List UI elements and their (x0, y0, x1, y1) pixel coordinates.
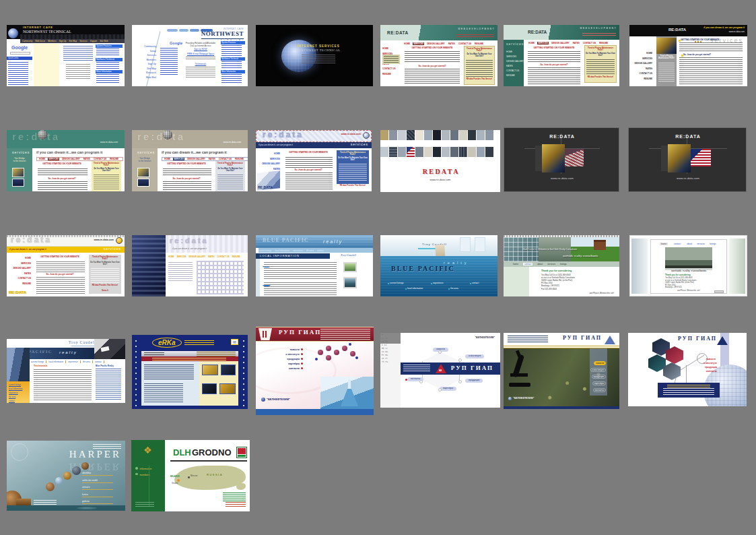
list-item[interactable]: contact (317, 249, 324, 252)
nav-pill-2[interactable] (179, 29, 188, 32)
thumb-dlh-grodno[interactable]: ❖ informationmembers DLH GRODNO RUSSIA B… (131, 440, 250, 511)
thumb-redata-blue[interactable]: re:data www.re-data.com if you can dream… (256, 130, 372, 191)
search-box[interactable] (10, 52, 30, 55)
list-item[interactable]: партнёры (592, 381, 606, 385)
list-item[interactable]: Services (147, 54, 156, 57)
photo-thumb-1[interactable] (343, 262, 357, 272)
col-links-3[interactable] (96, 74, 119, 84)
thumb-redata-yellow[interactable]: re:data www.re-data.com if you can dream… (7, 235, 125, 296)
list-item[interactable]: CONTACT US (217, 255, 230, 258)
list-item[interactable]: RESUME (109, 158, 119, 160)
thumb-redata-tan[interactable]: re:data www.re-data.com services Your Br… (132, 130, 248, 191)
col-links-1[interactable] (96, 49, 119, 57)
list-item[interactable]: DESIGN GALLERY (634, 62, 652, 65)
left-link-list[interactable] (8, 62, 28, 85)
list-item[interactable]: HOME (382, 47, 388, 50)
list-item[interactable]: DESIGN GALLERY (186, 158, 206, 160)
list-item[interactable]: HOME (506, 51, 524, 53)
sidebar-menu[interactable]: HOMESERVICESDESIGN GALLERYRATESCONTACT U… (506, 51, 524, 79)
list-item[interactable]: SERVICES (537, 42, 549, 44)
list-item[interactable]: Cs Ba (382, 351, 388, 353)
list-item[interactable]: HOME (38, 158, 46, 160)
left-menu[interactable]: CommunitySetupServicesMembersSign UpSite… (135, 45, 156, 80)
list-item[interactable]: RATES (208, 255, 214, 258)
pill-production[interactable]: продукция (465, 379, 483, 383)
list-item[interactable]: новости (594, 361, 606, 365)
list-item[interactable]: H (382, 334, 388, 336)
list-item[interactable]: Research (146, 71, 156, 74)
thumb-northwest-home[interactable]: INTERNET CAFE NORTHWEST T E C H N I C A … (132, 25, 248, 86)
main-nav[interactable]: homecontactaboutserviceslistings (660, 242, 721, 246)
list-item[interactable]: experience (9, 391, 22, 394)
list-item[interactable]: SERVICES (506, 55, 524, 58)
thumb-surfside-contact[interactable]: surfside realty consultants Glad 2 serve… (504, 235, 619, 296)
nav-pill-3[interactable] (190, 29, 199, 32)
list-item[interactable]: о институте (590, 368, 606, 372)
list-item[interactable]: services (697, 243, 705, 245)
photo-2[interactable] (221, 365, 236, 375)
sidebar-links[interactable]: current listingslocal informationexperie… (9, 383, 22, 403)
left-menu[interactable]: HOMESERVICESDESIGN GALLERYRATESCONTACT U… (11, 257, 31, 287)
list-item[interactable]: HOME (164, 158, 171, 160)
list-item[interactable]: Site Web (100, 40, 108, 42)
list-item[interactable]: contact (523, 263, 532, 265)
list-item[interactable]: services (547, 263, 555, 265)
main-nav[interactable]: current listingslocal informationexperie… (31, 360, 106, 363)
list-item[interactable]: SERVICES (413, 42, 424, 45)
box-footer[interactable]: RE:data Provides That Service! (465, 79, 493, 81)
menu-novosti[interactable]: новости (706, 358, 716, 361)
link-local-information[interactable]: local information (407, 288, 423, 290)
list-item[interactable]: RESUME (22, 282, 31, 285)
thumb-redata-flag-splash-a[interactable]: RE:DATA www.re-data.com (504, 127, 619, 192)
list-item[interactable]: Fr Ra (382, 354, 388, 356)
list-item[interactable]: Th Pa (382, 361, 388, 363)
agent-name[interactable]: Troy Caudell (341, 254, 356, 257)
list-item[interactable]: RESUME (382, 73, 391, 75)
list-item[interactable]: продукция (287, 358, 303, 360)
list-item[interactable]: RESUME (644, 77, 652, 80)
list-item[interactable]: the area (306, 249, 314, 252)
thumb-giap-microscope[interactable]: РУП ГИАП новостио институтепродукцияпарт… (504, 333, 619, 409)
pill-institute[interactable]: о институте (465, 354, 484, 358)
list-item[interactable]: RATES (448, 42, 456, 45)
pill-partners[interactable]: партнёры (440, 387, 456, 391)
box-footer[interactable]: RE:data Provides That Service! (586, 77, 615, 79)
list-item[interactable]: SERVICES (48, 158, 59, 160)
side-box-footer[interactable]: RE:data Provides That Service! (90, 285, 120, 287)
thumb-giap-hexagons[interactable]: РУП ГИАП новости о институте продукция к… (628, 333, 747, 406)
thumb-redata-dots[interactable]: re:data if you can dream it...we can pro… (132, 235, 248, 296)
list-item[interactable]: RATES (273, 168, 280, 170)
list-item[interactable]: CONTACT US (640, 72, 652, 75)
link-contact[interactable]: contact (472, 282, 479, 285)
list-item[interactable]: RESUME (474, 42, 484, 45)
list-item[interactable]: HOME (403, 42, 411, 45)
list-item[interactable]: about (537, 263, 543, 265)
list-item[interactable]: Ce Pr (382, 358, 388, 360)
menu-production[interactable]: продукция (705, 367, 717, 369)
list-item[interactable]: DESIGN GALLERY (262, 162, 280, 165)
thumb-surfside-alt[interactable]: homecontactaboutserviceslistings surfsid… (629, 235, 747, 296)
main-nav[interactable]: homecontactaboutserviceslistings (504, 261, 619, 267)
list-item[interactable]: CONTACT US (582, 42, 596, 44)
list-item[interactable]: SERVICES (642, 57, 652, 60)
list-item[interactable]: Li Be (382, 338, 388, 340)
list-item[interactable]: local information (9, 387, 22, 390)
list-item[interactable]: listings (710, 243, 716, 245)
list-item[interactable]: HOME (646, 52, 652, 55)
link-current-listings[interactable]: current listings (390, 282, 404, 285)
menu-institute[interactable]: о институте (703, 363, 717, 365)
list-item[interactable]: K Ca (382, 344, 388, 346)
col-links-2[interactable] (96, 62, 119, 69)
list-item[interactable]: contact (95, 360, 104, 363)
list-item[interactable]: Sign Up (148, 63, 156, 65)
list-item[interactable]: CONTACT US (458, 42, 472, 45)
thumb-northwest-portal[interactable]: INTERNET CAFE NORTHWEST TECHNICAL Commun… (7, 25, 125, 86)
main-nav[interactable]: current listingslocal informationexperie… (259, 248, 373, 253)
thumb-blue-pacific-local[interactable]: BLUE PACIFIC realty current listingsloca… (256, 235, 373, 296)
list-item[interactable]: Support (90, 40, 98, 42)
link-experience[interactable]: experience (433, 282, 444, 285)
thumb-harper[interactable]: HARPER HARPER obróbkaszkło do mebliwitra… (7, 441, 125, 511)
list-item[interactable]: новости (290, 348, 303, 351)
list-item[interactable]: HOME (528, 42, 535, 44)
section-links[interactable]: obróbkaszkło do mebliwitrażelustragaleri… (82, 472, 113, 507)
